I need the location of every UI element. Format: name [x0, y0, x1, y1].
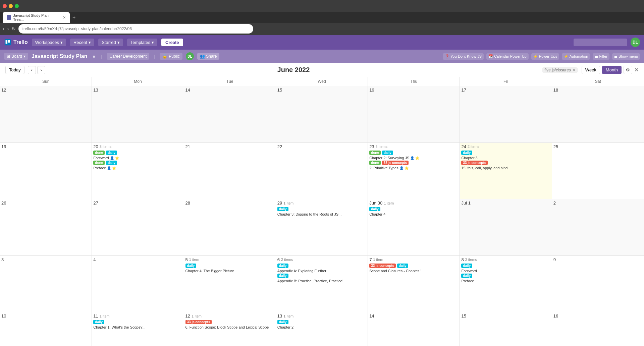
- day-cell-11[interactable]: 11 1 item daily Chapter 1: What's the Sc…: [92, 312, 184, 346]
- day-cell-29[interactable]: 29 1 item daily Chapter 3: Digging to th…: [276, 199, 368, 255]
- active-tab[interactable]: Javascript Study Plan | Trea... ✕: [3, 12, 70, 23]
- new-tab-button[interactable]: +: [72, 14, 75, 20]
- back-button[interactable]: ‹: [3, 26, 4, 32]
- recent-button[interactable]: Recent ▾: [70, 39, 94, 46]
- day-cell-14-prev[interactable]: 14: [184, 86, 276, 142]
- week-row-4: 3 4 5 1 item daily Chapter 4: The Bigger…: [0, 256, 644, 312]
- day-cell-jun30[interactable]: Jun 30 1 item daily Chapter 4: [368, 199, 460, 255]
- you-dont-know-js-button[interactable]: ❓ You-Dont-Know-JS: [443, 53, 484, 60]
- day-cell-21[interactable]: 21: [184, 143, 276, 199]
- card-chapter2-surveying[interactable]: done daily Chapter 2: Surveying JS 👤 ⭐: [369, 151, 458, 160]
- day-cell-6[interactable]: 6 2 items daily Appendix A: Exploring Fu…: [276, 256, 368, 312]
- card-chapter4-bigger[interactable]: daily Chapter 4: The Bigger Picture: [185, 264, 274, 273]
- day-cell-24[interactable]: 24 2 items daily Chapter 3 33 js concept…: [460, 143, 552, 199]
- card-primitive-types[interactable]: done 33 js concepts 2: Primitive Types 👤…: [369, 161, 458, 170]
- show-menu-button[interactable]: ☰ Show menu: [612, 53, 640, 60]
- day-header-tue: Tue: [184, 77, 276, 86]
- day-cell-26[interactable]: 26: [0, 199, 92, 255]
- filter-button[interactable]: ☰ Filter: [593, 53, 609, 60]
- calendar-close-button[interactable]: ✕: [634, 67, 639, 73]
- workspaces-button[interactable]: Workspaces ▾: [32, 39, 66, 46]
- day-cell-8[interactable]: 8 2 items daily Foreword daily Preface: [460, 256, 552, 312]
- forward-button[interactable]: ›: [7, 26, 9, 32]
- day-cell-22[interactable]: 22: [276, 143, 368, 199]
- card-foreword-8[interactable]: daily Foreword: [461, 264, 550, 273]
- calendar-power-up-button[interactable]: 📅 Calendar Power-Up: [486, 53, 529, 60]
- week-view-button[interactable]: Week: [582, 66, 600, 74]
- day-cell-13-prev[interactable]: 13: [92, 86, 184, 142]
- card-chapter2-13[interactable]: daily Chapter 2: [277, 320, 366, 329]
- user-avatar[interactable]: DL: [631, 38, 640, 47]
- card-chapter1-whats-scope[interactable]: daily Chapter 1: What's the Scope?...: [93, 320, 182, 329]
- templates-button[interactable]: Templates ▾: [127, 39, 157, 46]
- address-bar[interactable]: trello.com/b/59mXrbj7/javascript-study-p…: [18, 24, 253, 34]
- month-view-button[interactable]: Month: [602, 66, 622, 74]
- day-cell-20[interactable]: 20 3 items done daily Foreword 👤 ⭐ done …: [92, 143, 184, 199]
- day-cell-28[interactable]: 28: [184, 199, 276, 255]
- day-cell-27[interactable]: 27: [92, 199, 184, 255]
- card-this-call-apply[interactable]: 33 js concepts 15. this, call, apply, an…: [461, 161, 550, 170]
- day-cell-jul2[interactable]: 2: [552, 199, 644, 255]
- filter-label: five.js/closures ✕: [542, 67, 578, 73]
- board-star-icon[interactable]: ★: [92, 54, 96, 59]
- day-cell-jul1[interactable]: Jul 1: [460, 199, 552, 255]
- view-buttons: Week Month ⚙ ✕: [582, 66, 639, 74]
- calendar-wrapper: Today ‹ › June 2022 five.js/closures ✕ W…: [0, 63, 644, 346]
- day-cell-23[interactable]: 23 5 items done daily Chapter 2: Surveyi…: [368, 143, 460, 199]
- day-cell-12[interactable]: 12 1 item 33 js concepts 6. Function Sco…: [184, 312, 276, 346]
- starred-button[interactable]: Starred ▾: [98, 39, 123, 46]
- share-button[interactable]: 👥 Share: [197, 53, 219, 60]
- day-cell-9[interactable]: 9: [552, 256, 644, 312]
- day-cell-4[interactable]: 4: [92, 256, 184, 312]
- automation-button[interactable]: ⚡ Automation: [562, 53, 590, 60]
- card-preface-8[interactable]: daily Preface: [461, 274, 550, 283]
- svg-rect-1: [6, 40, 7, 44]
- create-button[interactable]: Create: [161, 39, 183, 46]
- visibility-button[interactable]: 🔓 Public: [160, 53, 182, 60]
- calendar-settings-button[interactable]: ⚙: [624, 66, 632, 74]
- next-month-button[interactable]: ›: [37, 66, 45, 74]
- day-cell-14[interactable]: 14: [368, 312, 460, 346]
- card-foreword[interactable]: done daily Foreword 👤 ⭐: [93, 151, 182, 160]
- power-ups-button[interactable]: ⚡ Power-Ups: [531, 53, 559, 60]
- board-view-button[interactable]: ⊞ Board ▾: [4, 53, 28, 60]
- card-function-scope[interactable]: 33 js concepts 6. Function Scope: Block …: [185, 320, 274, 329]
- day-cell-3[interactable]: 3: [0, 256, 92, 312]
- day-cell-15-prev[interactable]: 15: [276, 86, 368, 142]
- day-cell-7[interactable]: 7 1 item 33 js concepts daily Scope and …: [368, 256, 460, 312]
- search-input[interactable]: [574, 39, 627, 46]
- card-scope-closures[interactable]: 33 js concepts daily Scope and Closures …: [369, 264, 458, 273]
- tab-close-button[interactable]: ✕: [63, 15, 66, 20]
- browser-tabs: Javascript Study Plan | Trea... ✕ +: [0, 12, 644, 23]
- day-cell-15[interactable]: 15: [460, 312, 552, 346]
- day-cell-10[interactable]: 10: [0, 312, 92, 346]
- card-appendix-a[interactable]: daily Appendix A: Exploring Further: [277, 264, 366, 273]
- address-bar-row: ‹ › ↻ trello.com/b/59mXrbj7/javascript-s…: [0, 23, 644, 35]
- reload-button[interactable]: ↻: [12, 26, 16, 32]
- day-cell-16[interactable]: 16: [552, 312, 644, 346]
- day-cell-18-prev[interactable]: 18: [552, 86, 644, 142]
- card-appendix-b[interactable]: daily Appendix B: Practice, Practice, Pr…: [277, 274, 366, 283]
- career-dev-button[interactable]: Career Development: [107, 53, 149, 60]
- card-chapter3-digging[interactable]: daily Chapter 3: Digging to the Roots of…: [277, 207, 366, 216]
- day-cell-12-prev[interactable]: 12: [0, 86, 92, 142]
- calendar-header: Today ‹ › June 2022 five.js/closures ✕ W…: [0, 63, 644, 77]
- day-cell-5[interactable]: 5 1 item daily Chapter 4: The Bigger Pic…: [184, 256, 276, 312]
- tab-title: Javascript Study Plan | Trea...: [13, 13, 59, 21]
- prev-month-button[interactable]: ‹: [28, 66, 36, 74]
- day-cell-13[interactable]: 13 1 item daily Chapter 2: [276, 312, 368, 346]
- today-button[interactable]: Today: [5, 66, 24, 74]
- day-cell-19[interactable]: 19: [0, 143, 92, 199]
- trello-logo[interactable]: Trello: [4, 39, 28, 46]
- browser-chrome: [0, 0, 644, 12]
- filter-remove-button[interactable]: ✕: [572, 68, 576, 72]
- day-cell-25[interactable]: 25: [552, 143, 644, 199]
- card-chapter4-jun30[interactable]: daily Chapter 4: [369, 207, 458, 216]
- card-preface-20[interactable]: done daily Preface 👤 ⭐: [93, 161, 182, 170]
- week-row-1: 12 13 14 15 16 17 18: [0, 86, 644, 143]
- day-cell-17-prev[interactable]: 17: [460, 86, 552, 142]
- day-cell-16-prev[interactable]: 16: [368, 86, 460, 142]
- address-text: trello.com/b/59mXrbj7/javascript-study-p…: [22, 26, 132, 31]
- day-header-sat: Sat: [552, 77, 644, 86]
- card-chapter3-24[interactable]: daily Chapter 3: [461, 151, 550, 160]
